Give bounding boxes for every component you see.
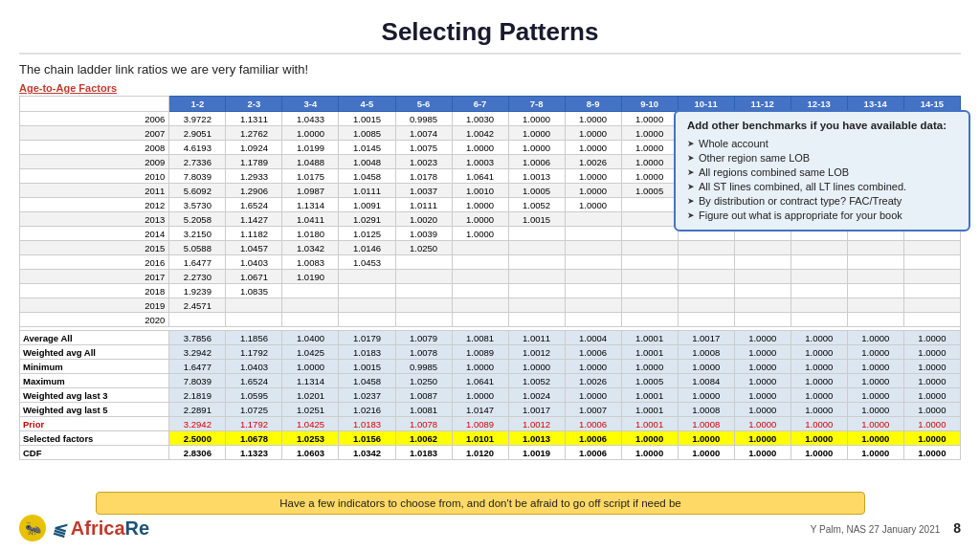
summary-row-wlast3: Weighted avg last 32.18191.05951.02011.0… xyxy=(20,388,961,403)
table-row: 20192.4571 xyxy=(20,298,961,313)
callout-list: Whole accountOther region same LOBAll re… xyxy=(687,136,957,222)
summary-row-min: Minimum1.64771.04031.00001.00150.99851.0… xyxy=(20,360,961,374)
table-row: 20161.64771.04031.00831.0453 xyxy=(20,255,961,270)
col-4-5: 4-5 xyxy=(339,97,395,112)
slide-title: Selecting Patterns xyxy=(19,10,961,55)
col-5-6: 5-6 xyxy=(395,97,452,112)
col-1-2: 1-2 xyxy=(169,97,226,112)
age-to-age-label: Age-to-Age Factors xyxy=(19,82,961,94)
callout-list-item: Other region same LOB xyxy=(687,150,957,165)
page-number: 8 xyxy=(953,520,961,536)
summary-row-cdf: CDF2.83061.13231.06031.03421.01831.01201… xyxy=(20,446,961,460)
summary-row-selected: Selected factors2.50001.06781.02531.0156… xyxy=(20,431,961,446)
table-row: 20172.27301.06711.0190 xyxy=(20,270,961,284)
logo-area: 🐜 ⫹ AfricaRe xyxy=(19,515,149,541)
bottom-banner: Have a few indicators to choose from, an… xyxy=(96,492,865,515)
table-row: 20155.05881.04571.03421.01461.0250 xyxy=(20,241,961,255)
callout-list-item: Whole account xyxy=(687,136,957,150)
callout-box: Add other benchmarks if you have availab… xyxy=(674,110,970,231)
col-7-8: 7-8 xyxy=(508,97,565,112)
col-9-10: 9-10 xyxy=(621,97,678,112)
callout-list-item: All regions combined same LOB xyxy=(687,165,957,179)
slide-subtitle: The chain ladder link ratios we are very… xyxy=(19,62,961,77)
col-3-4: 3-4 xyxy=(282,97,339,112)
summary-row-avg-all: Average All3.78561.18561.04001.01791.007… xyxy=(20,331,961,345)
callout-list-item: By distribution or contract type? FAC/Tr… xyxy=(687,193,957,208)
summary-row-max: Maximum7.80391.65241.13141.04581.02501.0… xyxy=(20,374,961,388)
col-6-7: 6-7 xyxy=(452,97,508,112)
summary-row-wlast5: Weighted avg last 52.28911.07251.02511.0… xyxy=(20,403,961,417)
logo-bug: 🐜 xyxy=(19,515,46,541)
footer-right: Y Palm, NAS 27 January 2021 8 xyxy=(811,520,961,536)
table-row: 2020 xyxy=(20,313,961,327)
summary-row-wavg: Weighted avg All3.29421.17921.04251.0183… xyxy=(20,345,961,360)
footer-timestamp: Y Palm, NAS 27 January 2021 xyxy=(811,524,940,535)
empty-header xyxy=(20,97,169,112)
footer: 🐜 ⫹ AfricaRe Y Palm, NAS 27 January 2021… xyxy=(0,515,980,541)
table-row: 20181.92391.0835 xyxy=(20,284,961,298)
callout-list-item: All ST lines combined, all LT lines comb… xyxy=(687,179,957,193)
callout-title: Add other benchmarks if you have availab… xyxy=(687,120,957,131)
logo-text: ⫹ AfricaRe xyxy=(52,518,149,540)
col-2-3: 2-3 xyxy=(226,97,282,112)
summary-row-prior: Prior3.29421.17921.04251.01831.00781.008… xyxy=(20,417,961,431)
slide: Selecting Patterns The chain ladder link… xyxy=(0,0,980,551)
col-8-9: 8-9 xyxy=(565,97,621,112)
callout-list-item: Figure out what is appropriate for your … xyxy=(687,208,957,222)
